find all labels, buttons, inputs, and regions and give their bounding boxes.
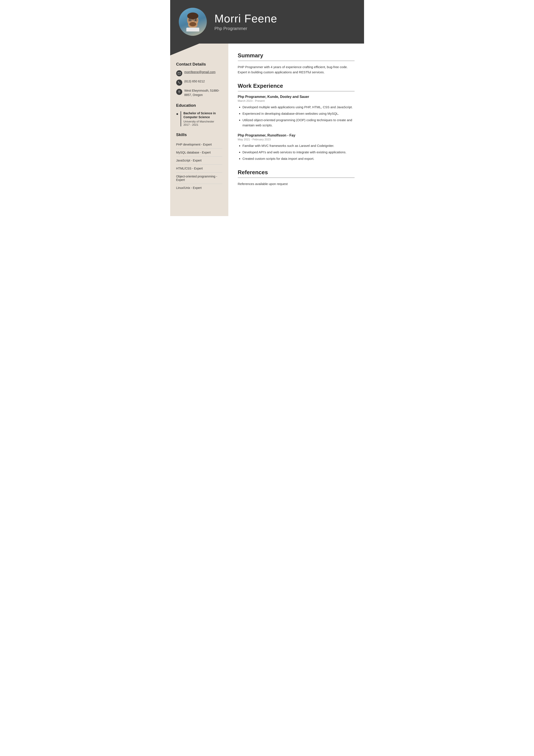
skill-5: Object-oriented programming - Expert (176, 173, 222, 184)
skill-3: JavaScript - Expert (176, 156, 222, 165)
job-1-bullets: Developed multiple web applications usin… (238, 105, 355, 128)
edu-bordered: Bachelor of Science in Computer Science … (181, 111, 222, 126)
edu-details: Bachelor of Science in Computer Science … (181, 111, 222, 126)
phone-text: (613) 650 6212 (184, 79, 205, 84)
contact-location: West Elwynmouth, 51880-8857, Oregon (176, 89, 222, 97)
job-1-title: Php Programmer, Kunde, Dooley and Sauer (238, 95, 355, 99)
references-text: References available upon request (238, 181, 355, 186)
work-section: Work Experience Php Programmer, Kunde, D… (238, 83, 355, 161)
email-text[interactable]: morrifeene@gmail.com (184, 70, 216, 74)
job-1-bullet-2: Experienced in developing database-drive… (242, 111, 355, 116)
avatar (179, 8, 207, 36)
job-2-bullet-3: Created custom scripts for data import a… (242, 156, 355, 161)
svg-point-9 (189, 22, 196, 26)
skills-section-title: Skills (176, 132, 222, 137)
edu-years: 2017 - 2021 (183, 123, 222, 126)
job-2-bullet-1: Familiar with MVC frameworks such as Lar… (242, 143, 355, 148)
location-icon (176, 89, 182, 95)
summary-section: Summary PHP Programmer with 4 years of e… (238, 52, 355, 75)
svg-point-7 (195, 19, 196, 21)
header: Morri Feene Php Programmer (170, 0, 364, 43)
sidebar: Contact Details morrifeene@gmail.com (170, 43, 228, 216)
skill-2: MySQL database - Expert (176, 148, 222, 156)
job-2-title: Php Programmer, Runolfsson - Fay (238, 133, 355, 137)
references-title: References (238, 169, 355, 178)
svg-point-6 (189, 19, 191, 21)
location-text: West Elwynmouth, 51880-8857, Oregon (184, 89, 222, 97)
body-layout: Contact Details morrifeene@gmail.com (170, 43, 364, 216)
job-1: Php Programmer, Kunde, Dooley and Sauer … (238, 95, 355, 128)
summary-title: Summary (238, 52, 355, 61)
main-content: Summary PHP Programmer with 4 years of e… (228, 43, 364, 216)
contact-phone: (613) 650 6212 (176, 79, 222, 86)
job-2-bullets: Familiar with MVC frameworks such as Lar… (238, 143, 355, 161)
email-icon (176, 70, 182, 76)
job-1-date: March 2023 - Present (238, 99, 355, 102)
job-1-bullet-3: Utilized object-oriented programming (OO… (242, 118, 355, 128)
sidebar-chevron (170, 43, 228, 55)
sidebar-content: Contact Details morrifeene@gmail.com (170, 55, 228, 200)
job-1-bullet-1: Developed multiple web applications usin… (242, 105, 355, 110)
job-2-date: May 2021 - February 2023 (238, 138, 355, 141)
svg-rect-10 (186, 28, 199, 32)
summary-text: PHP Programmer with 4 years of experienc… (238, 65, 355, 75)
header-text: Morri Feene Php Programmer (215, 13, 277, 31)
svg-point-12 (179, 91, 179, 92)
edu-school: University of Manchester (183, 120, 222, 123)
skill-6: Linux/Unix - Expert (176, 184, 222, 192)
skill-1: PHP development - Expert (176, 141, 222, 148)
edu-bullet-icon: ● (176, 112, 179, 126)
header-name: Morri Feene (215, 13, 277, 25)
edu-degree: Bachelor of Science in Computer Science (183, 111, 222, 119)
education-section-title: Education (176, 103, 222, 108)
education-item: ● Bachelor of Science in Computer Scienc… (176, 111, 222, 126)
header-job-title: Php Programmer (215, 26, 277, 31)
contact-section-title: Contact Details (176, 62, 222, 67)
work-title: Work Experience (238, 83, 355, 92)
svg-point-1 (187, 13, 198, 19)
avatar-image (179, 8, 207, 36)
skills-list: PHP development - Expert MySQL database … (176, 141, 222, 192)
skill-4: HTML/CSS - Expert (176, 165, 222, 173)
phone-icon (176, 80, 182, 86)
references-section: References References available upon req… (238, 169, 355, 186)
contact-email: morrifeene@gmail.com (176, 70, 222, 76)
job-2-bullet-2: Developed API's and web services to inte… (242, 149, 355, 155)
job-2: Php Programmer, Runolfsson - Fay May 202… (238, 133, 355, 161)
